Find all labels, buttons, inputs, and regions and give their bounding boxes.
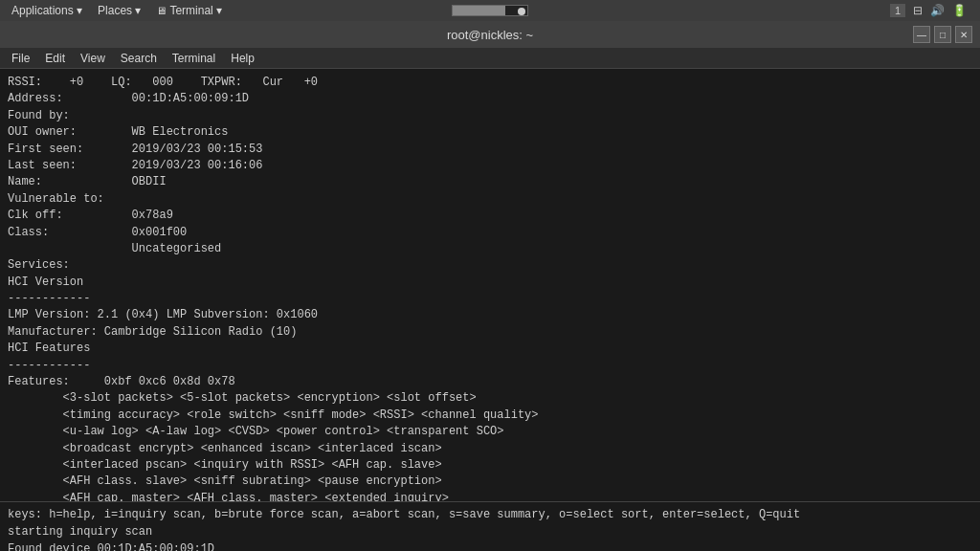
status-line-3: Found device 00:1D:A5:00:09:1D: [8, 540, 972, 551]
term-line-12: Services:: [8, 257, 972, 274]
minimize-button[interactable]: —: [913, 26, 930, 43]
term-line-23: <timing accuracy> <role switch> <sniff m…: [8, 408, 972, 424]
menu-edit[interactable]: Edit: [37, 50, 73, 67]
menu-view[interactable]: View: [73, 50, 113, 67]
term-line-1: RSSI: +0 LQ: 000 TXPWR: Cur +0: [8, 75, 972, 91]
maximize-button[interactable]: □: [934, 26, 951, 43]
terminal-title: root@nickles: ~: [447, 28, 533, 42]
menu-help[interactable]: Help: [223, 50, 262, 67]
top-bar-left: Applications ▾ Places ▾ 🖥 Terminal ▾: [6, 4, 228, 17]
terminal-menu[interactable]: 🖥 Terminal ▾: [150, 4, 227, 17]
battery-icon: 🔋: [952, 4, 967, 17]
term-line-24: <u-law log> <A-law log> <CVSD> <power co…: [8, 424, 972, 440]
terminal-titlebar: root@nickles: ~ — □ ✕: [0, 21, 980, 48]
term-line-5: First seen: 2019/03/23 00:15:53: [8, 142, 972, 158]
top-bar-right: 1 ⊟ 🔊 🔋: [890, 4, 974, 17]
term-line-8: Vulnerable to:: [8, 191, 972, 208]
term-line-7: Name: OBDII: [8, 174, 972, 190]
network-icon: ⊟: [913, 4, 923, 17]
menu-file[interactable]: File: [4, 50, 37, 67]
workspace-indicator: 1: [890, 4, 905, 17]
term-line-21: Features: 0xbf 0xc6 0x8d 0x78: [8, 374, 972, 390]
applications-menu[interactable]: Applications ▾: [6, 4, 88, 17]
menu-terminal[interactable]: Terminal: [165, 50, 223, 67]
terminal-menubar: File Edit View Search Terminal Help: [0, 48, 980, 69]
term-line-19: HCI Features: [8, 341, 972, 357]
term-line-20: ------------: [8, 358, 972, 374]
terminal-controls: — □ ✕: [913, 26, 972, 43]
close-button[interactable]: ✕: [955, 26, 972, 43]
status-line-2: starting inquiry scan: [8, 523, 972, 540]
term-line-25: <broadcast encrypt> <enhanced iscan> <in…: [8, 441, 972, 457]
top-system-bar: Applications ▾ Places ▾ 🖥 Terminal ▾ 1 ⊟…: [0, 0, 980, 21]
term-line-10: Class: 0x001f00: [8, 225, 972, 241]
term-line-4: OUI owner: WB Electronics: [8, 124, 972, 141]
term-line-9: Clk off: 0x78a9: [8, 208, 972, 224]
term-line-28: <AFH cap. master> <AFH class. master> <e…: [8, 491, 972, 501]
term-line-22: <3-slot packets> <5-slot packets> <encry…: [8, 390, 972, 407]
term-line-17: Manufacturer: Cambridge Silicon Radio (1…: [8, 324, 972, 341]
progress-bar: [452, 5, 528, 16]
term-line-27: <AFH class. slave> <sniff subrating> <pa…: [8, 474, 972, 490]
term-line-16: LMP Version: 2.1 (0x4) LMP Subversion: 0…: [8, 307, 972, 323]
term-line-2: Address: 00:1D:A5:00:09:1D: [8, 91, 972, 107]
places-menu[interactable]: Places ▾: [92, 4, 146, 17]
term-line-3: Found by:: [8, 108, 972, 124]
term-line-11: Uncategorised: [8, 241, 972, 257]
menu-search[interactable]: Search: [113, 50, 165, 67]
top-bar-center: [452, 5, 528, 16]
term-line-15: ------------: [8, 291, 972, 307]
term-line-26: <interlaced pscan> <inquiry with RSSI> <…: [8, 457, 972, 474]
term-line-6: Last seen: 2019/03/23 00:16:06: [8, 158, 972, 174]
volume-icon: 🔊: [930, 4, 945, 17]
term-line-14: HCI Version: [8, 275, 972, 291]
status-line-1: keys: h=help, i=inquiry scan, b=brute fo…: [8, 506, 972, 523]
terminal-window: root@nickles: ~ — □ ✕ File Edit View Sea…: [0, 21, 980, 551]
status-bar: keys: h=help, i=inquiry scan, b=brute fo…: [0, 501, 980, 551]
terminal-content[interactable]: RSSI: +0 LQ: 000 TXPWR: Cur +0 Address: …: [0, 69, 980, 501]
